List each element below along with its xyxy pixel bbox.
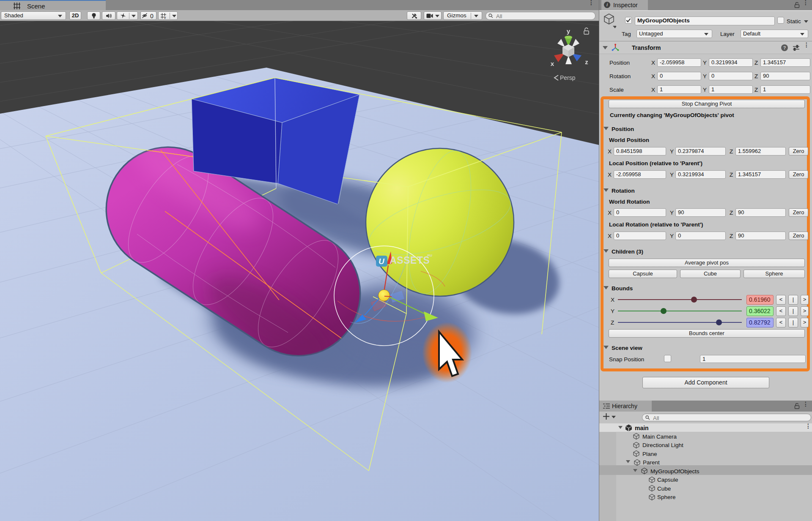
svg-text:U: U [379, 257, 385, 266]
svg-text:.RU: .RU [426, 254, 432, 257]
svg-text:Persp: Persp [560, 74, 576, 81]
svg-text:x: x [551, 60, 554, 67]
svg-text:z: z [585, 58, 588, 65]
svg-text:ASSETS: ASSETS [390, 255, 430, 266]
svg-text:Y: Y [164, 16, 166, 19]
svg-text:y: y [567, 27, 571, 35]
